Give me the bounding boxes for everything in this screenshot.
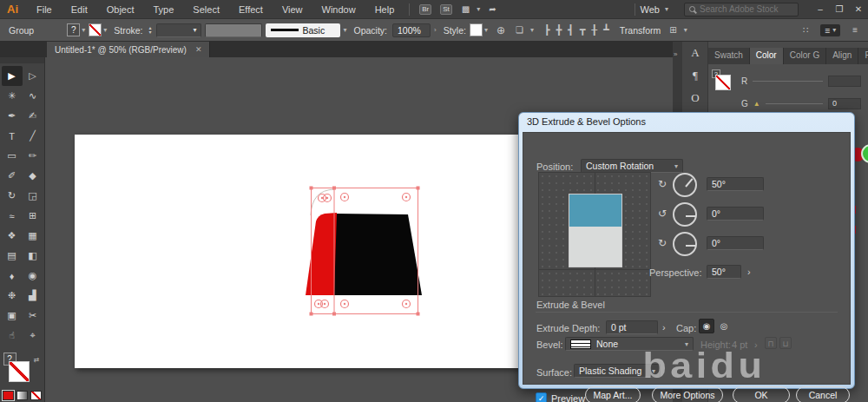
line-segment-tool[interactable]: ╱: [23, 126, 43, 146]
menu-object[interactable]: Object: [97, 4, 144, 15]
align-left-icon[interactable]: ┣: [544, 24, 550, 36]
paintbrush-tool[interactable]: ✏: [23, 146, 43, 166]
rotate-z-field[interactable]: 0°: [707, 236, 764, 250]
stroke-weight-stepper[interactable]: ▴▾: [148, 26, 151, 35]
swap-fill-stroke-icon[interactable]: ⇄: [34, 356, 40, 364]
map-art-button[interactable]: Map Art...: [585, 386, 641, 402]
bridge-icon[interactable]: Br: [419, 4, 431, 15]
eyedropper-tool[interactable]: ♦: [2, 266, 23, 286]
free-transform-tool[interactable]: ⊞: [23, 206, 43, 226]
cap-off-button[interactable]: ◎: [716, 319, 732, 333]
menu-window[interactable]: Window: [312, 4, 365, 15]
curvature-tool[interactable]: ✍: [23, 106, 43, 126]
extrude-depth-slider-button[interactable]: ›: [662, 322, 666, 333]
close-button[interactable]: ✕: [849, 4, 868, 14]
rotate-z-dial[interactable]: [673, 232, 697, 256]
panel-options-button[interactable]: ≡ ▾: [820, 24, 840, 36]
chevron-down-icon[interactable]: ▾: [103, 26, 107, 34]
align-v-center-icon[interactable]: ╂: [592, 24, 598, 36]
paragraph-panel-icon[interactable]: ¶: [682, 64, 708, 87]
graphic-style-swatch[interactable]: [470, 23, 483, 36]
menu-edit[interactable]: Edit: [62, 4, 97, 15]
fill-swatch[interactable]: ?: [67, 23, 80, 36]
selection-tool[interactable]: ▶: [2, 66, 23, 86]
brush-definition-dropdown[interactable]: Basic: [266, 23, 340, 37]
gradient-tool[interactable]: ◧: [23, 246, 43, 266]
tab-pathfinder[interactable]: Pathfin: [858, 48, 868, 64]
menu-file[interactable]: File: [27, 4, 62, 15]
align-right-icon[interactable]: ┫: [568, 24, 574, 36]
artboard-tool[interactable]: ▣: [2, 306, 23, 326]
opentype-panel-icon[interactable]: O: [682, 87, 708, 109]
free-transform-icon[interactable]: ⊞: [669, 25, 676, 35]
symbol-sprayer-tool[interactable]: ❉: [2, 286, 23, 306]
tab-color[interactable]: Color: [750, 48, 784, 64]
search-input[interactable]: [700, 4, 786, 14]
perspective-grid-tool[interactable]: ▦: [23, 226, 43, 246]
gradient-button[interactable]: [16, 391, 28, 400]
panel-drag-bar[interactable]: [0, 57, 44, 63]
none-button[interactable]: [30, 391, 42, 400]
chevron-down-icon[interactable]: ▾: [477, 5, 480, 13]
rotate-x-dial[interactable]: [673, 173, 697, 197]
extrude-front-face[interactable]: [334, 214, 422, 295]
share-icon[interactable]: ➦: [489, 4, 496, 14]
width-tool[interactable]: ≈: [2, 206, 23, 226]
r-slider[interactable]: [753, 81, 823, 82]
stock-icon[interactable]: St: [440, 4, 452, 15]
document-setup-icon[interactable]: ❏: [516, 25, 523, 35]
chevron-right-icon[interactable]: ›: [434, 26, 437, 34]
extrude-side-face[interactable]: [306, 213, 337, 295]
fill-indicator[interactable]: [715, 75, 731, 90]
pencil-tool[interactable]: ✐: [2, 166, 23, 186]
tab-color-guide[interactable]: Color G: [784, 48, 826, 64]
stroke-swatch[interactable]: [89, 23, 102, 36]
tab-swatches[interactable]: Swatch: [708, 48, 750, 64]
position-dropdown[interactable]: Custom Rotation ▾: [581, 159, 683, 173]
cap-on-button[interactable]: ◉: [699, 319, 714, 333]
restore-button[interactable]: ❐: [830, 4, 849, 14]
shape-builder-tool[interactable]: ❖: [2, 226, 23, 246]
menu-effect[interactable]: Effect: [229, 4, 273, 15]
dialog-title[interactable]: 3D Extrude & Bevel Options: [519, 113, 854, 129]
variable-width-profile-dropdown[interactable]: [205, 23, 262, 37]
rotation-track-cube[interactable]: [538, 172, 651, 297]
mesh-tool[interactable]: ▤: [2, 246, 23, 266]
hand-tool[interactable]: ☝: [2, 326, 23, 346]
workspace-switcher[interactable]: Web ▾: [641, 4, 672, 15]
rotate-x-field[interactable]: 50°: [707, 177, 764, 191]
surface-dropdown[interactable]: Plastic Shading ▾: [574, 364, 661, 378]
ok-button[interactable]: OK: [733, 386, 790, 402]
rotate-tool[interactable]: ↻: [2, 186, 23, 206]
color-button[interactable]: [3, 391, 14, 400]
perspective-slider-button[interactable]: ›: [747, 267, 751, 277]
transform-label[interactable]: Transform: [620, 25, 661, 36]
rotate-y-dial[interactable]: [673, 202, 697, 227]
bevel-dropdown[interactable]: None ▾: [565, 337, 694, 351]
r-value-field[interactable]: [828, 76, 861, 87]
collapse-panels-icon[interactable]: »: [674, 50, 677, 58]
chevron-down-icon[interactable]: ▾: [344, 26, 347, 34]
rectangle-tool[interactable]: ▭: [2, 146, 23, 166]
minimize-button[interactable]: –: [811, 4, 830, 14]
document-tab[interactable]: Untitled-1* @ 50% (RGB/Preview) ✕: [47, 42, 210, 57]
panel-fill-stroke-widget[interactable]: ?: [713, 73, 736, 96]
chevron-down-icon[interactable]: ▾: [530, 26, 534, 34]
chevron-down-icon[interactable]: ▾: [484, 26, 488, 34]
align-h-center-icon[interactable]: ╋: [556, 24, 562, 36]
column-graph-tool[interactable]: ▟: [23, 286, 43, 306]
cancel-button[interactable]: Cancel: [796, 386, 850, 402]
close-tab-icon[interactable]: ✕: [195, 45, 202, 54]
menu-help[interactable]: Help: [365, 4, 404, 15]
fill-stroke-widget[interactable]: ? ⇄: [3, 353, 42, 387]
menu-select[interactable]: Select: [183, 4, 229, 15]
align-bottom-icon[interactable]: ┻: [603, 24, 609, 36]
opacity-value[interactable]: 100%: [392, 23, 431, 37]
chevron-down-icon[interactable]: ▾: [82, 26, 85, 34]
stock-search[interactable]: [684, 3, 799, 16]
shaper-tool[interactable]: ◆: [23, 166, 43, 186]
magic-wand-tool[interactable]: ✳: [2, 86, 23, 106]
fill-indicator[interactable]: [9, 361, 30, 382]
g-value-field[interactable]: 0: [828, 98, 861, 109]
more-options-button[interactable]: More Options: [652, 386, 723, 402]
